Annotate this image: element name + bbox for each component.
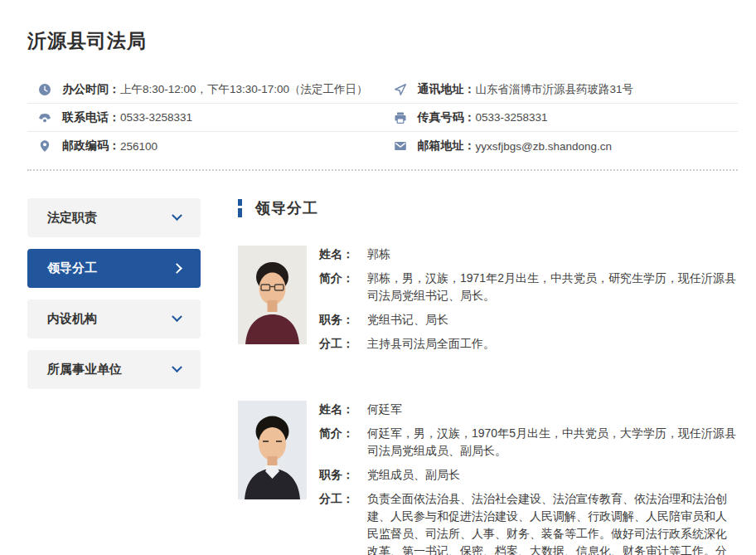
contact-row-postcode: 邮政编码： 256100 <box>27 132 383 160</box>
contact-value: 0533-3258331 <box>476 111 548 124</box>
field-row-position: 职务： 党组成员、副局长 <box>319 466 738 484</box>
field-row-duty: 分工： 负责全面依法治县、法治社会建设、法治宣传教育、依法治理和法治创建、人民参… <box>319 490 738 555</box>
field-row-name: 姓名： 郭栋 <box>319 246 738 263</box>
leader-duty: 负责全面依法治县、法治社会建设、法治宣传教育、依法治理和法治创建、人民参与和促进… <box>367 490 738 555</box>
chevron-right-icon <box>172 263 182 274</box>
leader-fields: 姓名： 何廷军 简介： 何廷军，男，汉族，1970年5月出生，中共党员，大学学历… <box>319 401 738 555</box>
contact-value: 上午8:30-12:00，下午13:30-17:00（法定工作日） <box>120 82 368 97</box>
field-row-name: 姓名： 何廷军 <box>319 401 738 418</box>
leader-card: 姓名： 郭栋 简介： 郭栋，男，汉族，1971年2月出生，中共党员，研究生学历，… <box>238 246 738 359</box>
sidebar-item-leadership[interactable]: 领导分工 <box>27 249 201 288</box>
section-heading-row: 领导分工 <box>238 198 738 218</box>
sidebar-item-affiliated-units[interactable]: 所属事业单位 <box>27 350 201 389</box>
field-row-duty: 分工： 主持县司法局全面工作。 <box>319 335 738 353</box>
mail-icon <box>394 139 407 153</box>
sidebar-item-internal-orgs[interactable]: 内设机构 <box>27 299 201 338</box>
field-label: 姓名： <box>319 246 367 263</box>
contact-label: 传真号码： <box>418 110 476 125</box>
pin-icon <box>38 139 51 153</box>
contact-value: 0533-3258331 <box>120 111 192 124</box>
leader-photo <box>238 246 307 344</box>
field-label: 分工： <box>319 490 367 555</box>
send-icon <box>394 83 407 96</box>
sidebar-item-label: 领导分工 <box>47 260 97 276</box>
leader-bio: 郭栋，男，汉族，1971年2月出生，中共党员，研究生学历，现任沂源县司法局党组书… <box>367 270 738 304</box>
section-heading: 领导分工 <box>255 198 318 218</box>
section-divider <box>27 169 738 171</box>
contact-row-office-hours: 办公时间： 上午8:30-12:00，下午13:30-17:00（法定工作日） <box>27 75 383 104</box>
field-label: 职务： <box>319 311 367 329</box>
leader-fields: 姓名： 郭栋 简介： 郭栋，男，汉族，1971年2月出生，中共党员，研究生学历，… <box>319 246 738 359</box>
leader-name: 郭栋 <box>367 246 390 263</box>
sidebar-item-legal-duties[interactable]: 法定职责 <box>27 198 201 237</box>
leader-duty: 主持县司法局全面工作。 <box>367 335 495 353</box>
phone-icon <box>38 111 51 124</box>
field-label: 姓名： <box>319 401 367 418</box>
field-row-position: 职务： 党组书记、局长 <box>319 311 738 329</box>
leader-card: 姓名： 何廷军 简介： 何廷军，男，汉族，1970年5月出生，中共党员，大学学历… <box>238 401 738 555</box>
field-row-bio: 简介： 何廷军，男，汉族，1970年5月出生，中共党员，大学学历，现任沂源县司法… <box>319 425 738 460</box>
chevron-down-icon <box>172 311 182 322</box>
sidebar-item-label: 法定职责 <box>47 210 97 226</box>
page: 沂源县司法局 办公时间： 上午8:30-12:00，下午13:30-17:00（… <box>0 0 756 555</box>
field-row-bio: 简介： 郭栋，男，汉族，1971年2月出生，中共党员，研究生学历，现任沂源县司法… <box>319 270 738 304</box>
contact-label: 邮政编码： <box>62 139 120 153</box>
leader-position: 党组成员、副局长 <box>367 466 460 484</box>
portrait-image <box>238 246 307 344</box>
field-label: 简介： <box>319 270 367 304</box>
main-content: 领导分工 <box>238 198 738 555</box>
field-label: 简介： <box>319 425 367 460</box>
portrait-image <box>238 401 307 499</box>
contact-row-phone: 联系电话： 0533-3258331 <box>27 104 383 132</box>
leader-position: 党组书记、局长 <box>367 311 448 329</box>
field-label: 职务： <box>319 466 367 484</box>
contact-row-email: 邮箱地址： yyxsfjbgs@zb.shandong.cn <box>383 132 739 160</box>
field-label: 分工： <box>319 335 367 353</box>
leader-name: 何廷军 <box>367 401 402 418</box>
leader-photo <box>238 401 307 499</box>
chevron-down-icon <box>172 210 182 221</box>
chevron-down-icon <box>172 362 182 372</box>
heading-marker-icon <box>238 199 242 217</box>
contact-info-section: 办公时间： 上午8:30-12:00，下午13:30-17:00（法定工作日） … <box>27 75 738 160</box>
page-title: 沂源县司法局 <box>27 0 738 54</box>
contact-value: yyxsfjbgs@zb.shandong.cn <box>476 140 613 153</box>
contact-label: 联系电话： <box>62 110 120 125</box>
sidebar-item-label: 内设机构 <box>47 311 97 327</box>
contact-label: 办公时间： <box>62 82 120 97</box>
leader-bio: 何廷军，男，汉族，1970年5月出生，中共党员，大学学历，现任沂源县司法局党组成… <box>367 425 738 460</box>
contact-row-address: 通讯地址： 山东省淄博市沂源县药玻路31号 <box>383 75 739 104</box>
contact-value: 山东省淄博市沂源县药玻路31号 <box>476 82 634 97</box>
contact-label: 通讯地址： <box>418 82 476 97</box>
clock-icon <box>38 83 51 96</box>
sidebar-nav: 法定职责 领导分工 内设机构 所属事业单位 <box>27 198 201 555</box>
sidebar-item-label: 所属事业单位 <box>47 362 122 377</box>
contact-value: 256100 <box>120 140 158 153</box>
contact-row-fax: 传真号码： 0533-3258331 <box>383 104 739 132</box>
fax-icon <box>394 111 407 124</box>
contact-label: 邮箱地址： <box>418 139 476 153</box>
